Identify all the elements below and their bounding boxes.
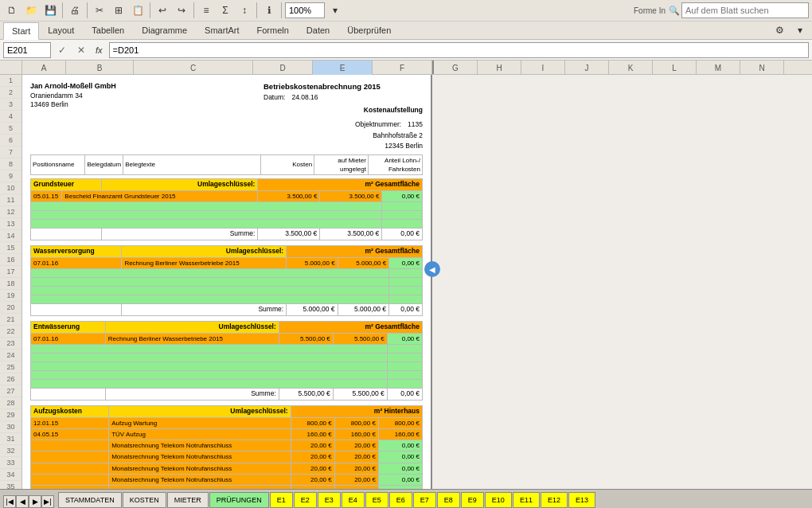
section-handle[interactable]: ◀ bbox=[424, 261, 440, 277]
tab-smartart[interactable]: SmartArt bbox=[196, 21, 248, 39]
obj-addr2: 12345 Berlin bbox=[30, 142, 423, 151]
az-costs-1: 800,00 € bbox=[291, 417, 334, 428]
search-input[interactable] bbox=[681, 2, 809, 18]
tab-start[interactable]: Start bbox=[3, 22, 39, 40]
row-16: 16 bbox=[0, 254, 21, 266]
az-anteil-2: 160,00 € bbox=[378, 429, 422, 440]
col-headers-table: Positionsname Belegdatum Belegtexte Kost… bbox=[30, 154, 423, 175]
tab-e1[interactable]: E1 bbox=[270, 492, 293, 508]
sum-button[interactable]: Σ bbox=[217, 2, 234, 19]
tab-e2[interactable]: E2 bbox=[294, 492, 317, 508]
tab-mieter[interactable]: MIETER bbox=[167, 492, 209, 508]
formula-check-icon[interactable]: ✓ bbox=[54, 42, 70, 58]
row-numbers-col: 1 2 3 4 5 6 7 8 9 10 11 12 13 14 15 16 1… bbox=[0, 75, 22, 489]
tab-formeln[interactable]: Formeln bbox=[248, 21, 298, 39]
tab-last-button[interactable]: ▶| bbox=[41, 495, 54, 508]
tab-prev-button[interactable]: ◀ bbox=[16, 495, 29, 508]
col-header-f: F bbox=[373, 61, 432, 75]
az-anteil-4: 0,00 € bbox=[378, 451, 422, 463]
paste-button[interactable]: 📋 bbox=[129, 2, 146, 19]
tab-e13[interactable]: E13 bbox=[568, 492, 595, 508]
row-34: 34 bbox=[0, 469, 21, 481]
left-sheet-section[interactable]: Jan Arnold-Moßell GmbH Oraniendamm 34 13… bbox=[22, 75, 432, 489]
sort-button[interactable]: ↕ bbox=[236, 2, 253, 19]
az-date-1: 12.01.15 bbox=[31, 417, 109, 428]
fx-label: fx bbox=[92, 45, 106, 55]
content-area: A B C D E F G H I J K L M N 1 2 3 4 bbox=[0, 61, 812, 508]
col-header-n: N bbox=[740, 61, 784, 75]
tab-tabellen[interactable]: Tabellen bbox=[83, 21, 133, 39]
tab-pruefungen[interactable]: PRÜFUNGEN bbox=[209, 492, 269, 508]
gs-date-1: 05.01.15 bbox=[31, 191, 62, 202]
tab-e5[interactable]: E5 bbox=[365, 492, 388, 508]
tab-e3[interactable]: E3 bbox=[318, 492, 341, 508]
row-13: 13 bbox=[0, 218, 21, 230]
row-19: 19 bbox=[0, 290, 21, 302]
tab-daten[interactable]: Daten bbox=[298, 21, 338, 39]
undo-button[interactable]: ↩ bbox=[154, 2, 171, 19]
format-button[interactable]: ≡ bbox=[197, 2, 215, 19]
row-30: 30 bbox=[0, 421, 21, 433]
gs-costs-1: 3.500,00 € bbox=[258, 191, 320, 202]
ew-date-1: 07.01.16 bbox=[31, 333, 106, 344]
open-button[interactable]: 📁 bbox=[22, 2, 40, 19]
copy-button[interactable]: ⊞ bbox=[110, 2, 127, 19]
search-container: 🔍 bbox=[669, 2, 809, 18]
doc-header: Jan Arnold-Moßell GmbH Oraniendamm 34 13… bbox=[30, 81, 423, 115]
zoom-dropdown-button[interactable]: ▾ bbox=[326, 2, 344, 19]
print-button[interactable]: 🖨 bbox=[66, 2, 84, 19]
tab-first-button[interactable]: |◀ bbox=[3, 495, 16, 508]
row-32: 32 bbox=[0, 445, 21, 457]
wv-summe-costs: 5.000,00 € bbox=[287, 304, 338, 316]
az-anteil-1: 800,00 € bbox=[378, 417, 422, 428]
redo-button[interactable]: ↪ bbox=[173, 2, 190, 19]
az-name: Aufzugskosten bbox=[31, 406, 109, 418]
obj-row: Objektnummer: 1135 bbox=[30, 120, 423, 130]
az-costs-4: 20,00 € bbox=[291, 451, 334, 463]
row-2: 2 bbox=[0, 87, 21, 99]
row-29: 29 bbox=[0, 409, 21, 421]
tab-e9[interactable]: E9 bbox=[461, 492, 484, 508]
tab-stammdaten[interactable]: STAMMDATEN bbox=[58, 492, 122, 508]
ew-mieter-1: 5.500,00 € bbox=[333, 333, 387, 344]
tab-e12[interactable]: E12 bbox=[541, 492, 568, 508]
tab-e7[interactable]: E7 bbox=[413, 492, 436, 508]
cell-reference-input[interactable] bbox=[3, 42, 51, 58]
row-35: 35 bbox=[0, 481, 21, 489]
ribbon-expand-icon[interactable]: ▾ bbox=[791, 21, 809, 39]
wv-summe-label: Summe: bbox=[122, 304, 287, 316]
row-12: 12 bbox=[0, 206, 21, 218]
col-header-h: H bbox=[478, 61, 521, 75]
cut-button[interactable]: ✂ bbox=[91, 2, 108, 19]
help-button[interactable]: ℹ bbox=[260, 2, 278, 19]
ew-summe-mieter: 5.500,00 € bbox=[333, 389, 387, 401]
save-button[interactable]: 💾 bbox=[41, 2, 59, 19]
tab-e8[interactable]: E8 bbox=[437, 492, 460, 508]
address1: Oraniendamm 34 bbox=[30, 92, 116, 101]
tab-diagramme[interactable]: Diagramme bbox=[133, 21, 196, 39]
tab-e4[interactable]: E4 bbox=[342, 492, 365, 508]
new-button[interactable]: 🗋 bbox=[3, 2, 21, 19]
ribbon-settings-icon[interactable]: ⚙ bbox=[771, 21, 788, 39]
tab-e6[interactable]: E6 bbox=[389, 492, 412, 508]
tab-ueberpruefen[interactable]: Überprüfen bbox=[338, 21, 400, 39]
ew-flaeche: m² Gesamtfläche bbox=[279, 322, 422, 334]
col-header-i: I bbox=[521, 61, 565, 75]
aufzugskosten-table: Aufzugskosten Umlageschlüssel: m² Hinter… bbox=[30, 405, 423, 489]
formula-cancel-icon[interactable]: ✕ bbox=[73, 42, 89, 58]
row-5: 5 bbox=[0, 123, 21, 135]
row-14: 14 bbox=[0, 230, 21, 242]
tab-next-button[interactable]: ▶ bbox=[29, 495, 41, 508]
row-10: 10 bbox=[0, 182, 21, 194]
formula-input[interactable] bbox=[109, 42, 809, 58]
tab-kosten[interactable]: KOSTEN bbox=[123, 492, 166, 508]
grundsteuer-section: Grundsteuer Umlageschlüssel: m² Gesamtfl… bbox=[30, 178, 423, 240]
tab-layout[interactable]: Layout bbox=[39, 21, 83, 39]
tab-e11[interactable]: E11 bbox=[513, 492, 540, 508]
gs-summe-mieter: 3.500,00 € bbox=[320, 229, 382, 240]
row-1: 1 bbox=[0, 75, 21, 87]
col-header-j: J bbox=[565, 61, 609, 75]
tab-e10[interactable]: E10 bbox=[485, 492, 512, 508]
tab-nav-group: |◀ ◀ ▶ ▶| bbox=[3, 495, 54, 508]
billing-title: Betriebskostenabrechnung 2015 bbox=[264, 81, 423, 92]
